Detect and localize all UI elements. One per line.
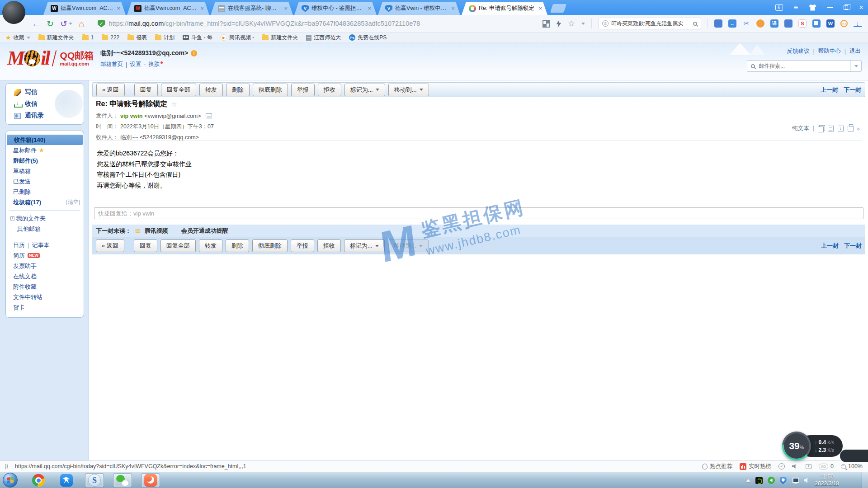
download-box-icon[interactable]: ↓: [838, 126, 844, 131]
warning-icon[interactable]: !: [191, 50, 197, 56]
tab-close-icon[interactable]: ×: [451, 5, 455, 12]
orange-app-taskbar-button[interactable]: [141, 474, 160, 487]
report-button[interactable]: 举报: [291, 84, 315, 96]
notes-link[interactable]: 记事本: [32, 241, 49, 249]
subject-star-icon[interactable]: ☆: [171, 100, 177, 108]
folder-deleted[interactable]: 已删除: [6, 187, 84, 197]
mark-as-button[interactable]: 标记为...: [344, 239, 385, 252]
online-docs-link[interactable]: 在线文档: [6, 271, 84, 282]
folder-group-mail[interactable]: 群邮件 (5): [6, 155, 84, 166]
folder-sent[interactable]: 已发送: [6, 176, 84, 187]
report-button[interactable]: 举报: [291, 239, 314, 252]
bookmark-item[interactable]: 新建文件夹: [262, 34, 298, 42]
mark-as-button[interactable]: 标记为...: [344, 84, 385, 96]
browser-tab-1[interactable]: W 德赢Vwin.com_AC米兰 ×: [43, 2, 126, 15]
mailbox-home-link[interactable]: 邮箱首页: [100, 61, 123, 68]
mail-search-box[interactable]: [747, 60, 862, 72]
print-icon[interactable]: [848, 126, 854, 131]
thunder-taskbar-button[interactable]: [57, 474, 76, 487]
logout-link[interactable]: 退出: [849, 47, 861, 55]
delete-permanently-button[interactable]: 彻底删除: [253, 84, 288, 96]
other-mailbox[interactable]: 其他邮箱: [6, 224, 84, 234]
translate-icon[interactable]: 译: [770, 19, 778, 28]
skin-tshirt-icon[interactable]: [809, 5, 816, 11]
compose-button[interactable]: 写信: [6, 86, 84, 98]
tab-count-badge[interactable]: 6: [775, 4, 783, 11]
more-dots-icon[interactable]: •••: [840, 20, 848, 27]
contacts-button[interactable]: 通讯录: [6, 110, 84, 122]
wechat-taskbar-button[interactable]: [113, 474, 132, 487]
bookmark-item-jxnu[interactable]: 江西师范大: [306, 34, 341, 42]
undo-icon[interactable]: ↺: [60, 19, 67, 28]
search-magnifier-icon[interactable]: [693, 22, 697, 26]
next-mail-link[interactable]: 下一封: [844, 86, 861, 94]
tab-close-icon[interactable]: ×: [368, 5, 371, 12]
forward-button[interactable]: 转发: [199, 84, 223, 96]
resume-link[interactable]: 简历 NEW: [6, 250, 84, 261]
copy-icon[interactable]: [818, 127, 824, 132]
collapse-chevron-icon[interactable]: »: [855, 127, 862, 130]
word-icon[interactable]: W: [826, 19, 835, 28]
undo-group[interactable]: ↺: [60, 19, 72, 28]
empty-spam-link[interactable]: [清空]: [66, 198, 80, 206]
taskbar-clock[interactable]: 11:50 2022/3/18: [815, 474, 839, 487]
browser-search-box[interactable]: S 叮咚买菜致歉:死鱼充活鱼属实: [598, 18, 701, 29]
change-skin-link[interactable]: 换肤: [148, 61, 160, 68]
return-button[interactable]: « 返回: [96, 84, 125, 96]
prev-mail-link[interactable]: 上一封: [821, 86, 838, 94]
s-extension-icon[interactable]: S: [798, 19, 807, 28]
page-zoom[interactable]: 100%: [841, 463, 863, 469]
browser-tab-3[interactable]: 在线客服系统- 聊天窗口 ×: [211, 2, 293, 15]
screenshot-login-icon[interactable]: ←: [728, 19, 736, 28]
tab-close-icon[interactable]: ×: [284, 5, 288, 12]
tab-close-icon[interactable]: ×: [538, 5, 542, 12]
menu-icon[interactable]: ≡: [794, 4, 798, 12]
browser-tab-active[interactable]: Re: 申请账号解除锁定 ×: [462, 2, 547, 15]
calendar-link[interactable]: 日历: [13, 241, 25, 249]
bookmark-item-douyu[interactable]: 斗鱼 - 每: [183, 34, 212, 42]
reply-button[interactable]: 回复: [134, 84, 158, 96]
receive-button[interactable]: ↓ 收信: [6, 98, 84, 110]
extension-puzzle-icon[interactable]: [784, 19, 793, 28]
reply-all-button[interactable]: 回复全部: [161, 84, 196, 96]
delete-button[interactable]: 删除: [226, 239, 249, 252]
browser-tab-4[interactable]: V 维权中心 - 鉴黑担保网 ×: [294, 2, 377, 15]
home-icon[interactable]: ⌂: [79, 19, 85, 28]
move-to-button-disabled[interactable]: 移动到...: [388, 239, 429, 252]
pages-icon[interactable]: [812, 19, 821, 28]
chrome-taskbar-button[interactable]: [29, 474, 48, 487]
reply-button[interactable]: 回复: [134, 239, 157, 252]
undo-dropdown-icon[interactable]: [69, 23, 72, 25]
reject-button[interactable]: 拒收: [317, 239, 341, 252]
qqmail-logo[interactable]: M il QQ邮箱 mail.qq.com: [7, 48, 94, 68]
security-shield-icon[interactable]: ✓: [98, 20, 105, 28]
invoice-helper-link[interactable]: 发票助手: [6, 261, 84, 271]
url-text[interactable]: https://mail.qq.com/cgi-bin/frame_html?s…: [109, 20, 420, 27]
bookmark-item[interactable]: 新建文件夹: [38, 34, 74, 42]
folder-spam[interactable]: 垃圾箱 (17) [清空]: [6, 197, 84, 207]
bookmark-item-tencent-video[interactable]: ▶腾讯视频 -: [221, 34, 254, 42]
new-tab-button[interactable]: [550, 4, 566, 13]
plain-text-link[interactable]: 纯文本: [792, 125, 809, 132]
hot-recommend[interactable]: 热点推荐: [702, 463, 732, 470]
minimize-button[interactable]: [827, 7, 833, 8]
my-folders-tree[interactable]: + 我的文件夹: [6, 213, 84, 224]
tab-close-icon[interactable]: ×: [117, 5, 120, 12]
contact-card-icon[interactable]: [206, 113, 212, 118]
download-icon[interactable]: ↓: [854, 20, 862, 27]
bookmark-item-ps[interactable]: Ps免费在线PS: [349, 34, 387, 42]
quick-reply-input[interactable]: [94, 207, 863, 219]
recipient[interactable]: 临别~~ <524289319@qq.com>: [120, 134, 199, 141]
feedback-link[interactable]: 反馈建议: [787, 47, 810, 55]
network-tray-icon[interactable]: [792, 477, 799, 483]
settings-link[interactable]: 设置: [130, 61, 141, 68]
browser-tab-5[interactable]: V 德赢Vwin - 维权中心 - ×: [378, 2, 460, 15]
password-key-icon[interactable]: [756, 19, 764, 28]
bookmark-item[interactable]: 222: [102, 34, 119, 41]
security-check-icon[interactable]: ✓: [778, 463, 785, 469]
file-transfer-link[interactable]: 文件中转站: [6, 292, 84, 302]
tray-expand-icon[interactable]: [746, 479, 750, 482]
back-icon[interactable]: ←: [32, 19, 40, 28]
ad-blocker[interactable]: AD 0: [819, 463, 834, 469]
next-mail-link[interactable]: 下一封: [844, 242, 862, 250]
